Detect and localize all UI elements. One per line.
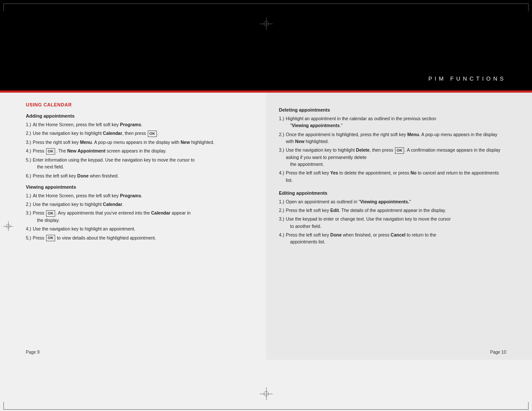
- adding-step-2: 2.) Use the navigation key to highlight …: [26, 130, 253, 137]
- crosshair-top: [260, 17, 273, 30]
- border-top-right: [266, 3, 521, 4]
- corner-tl-mark: [3, 3, 11, 11]
- viewing-heading: Viewing appointments: [26, 184, 253, 190]
- page-num-left: Page 9: [26, 350, 40, 355]
- corner-bl-mark: [3, 402, 11, 410]
- right-column: Deleting appointments 1.) Highlight an a…: [266, 93, 532, 360]
- editing-step-4: 4.) Press the left soft key Done when fi…: [279, 231, 507, 246]
- viewing-step-3: 3.) Press OK. Any appointments that you'…: [26, 209, 253, 224]
- deleting-step-4: 4.) Press the left soft key Yes to delet…: [279, 169, 507, 184]
- deleting-step-2: 2.) Once the appointment is highlighted,…: [279, 131, 507, 145]
- crosshair-top-circle: [264, 21, 269, 26]
- ok-badge-3: OK: [46, 210, 56, 217]
- viewing-step-4: 4.) Use the navigation key to highlight …: [26, 225, 253, 232]
- top-banner: PIM FUNCTIONS: [0, 0, 532, 90]
- pim-title: PIM FUNCTIONS: [428, 75, 506, 82]
- border-top-left: [11, 3, 266, 4]
- border-bottom-right: [266, 409, 521, 410]
- content-area: USING CALENDAR Adding appointments 1.) A…: [0, 93, 532, 360]
- deleting-heading: Deleting appointments: [279, 107, 507, 112]
- section-title: USING CALENDAR: [26, 102, 253, 107]
- ok-badge-5: OK: [395, 147, 404, 154]
- left-column: USING CALENDAR Adding appointments 1.) A…: [0, 93, 266, 360]
- page-num-right: Page 10: [490, 350, 506, 355]
- editing-step-1: 1.) Open an appointment as outlined in "…: [279, 198, 507, 205]
- deleting-steps: 1.) Highlight an appointment in the cale…: [279, 115, 507, 184]
- editing-steps: 1.) Open an appointment as outlined in "…: [279, 198, 507, 246]
- page-outer: PIM FUNCTIONS USING CALENDAR Adding appo…: [0, 0, 532, 411]
- adding-step-1: 1.) At the Home Screen, press the left s…: [26, 121, 253, 128]
- adding-steps: 1.) At the Home Screen, press the left s…: [26, 121, 253, 179]
- deleting-step-1: 1.) Highlight an appointment in the cale…: [279, 115, 507, 129]
- editing-step-3: 3.) Use the keypad to enter or change te…: [279, 215, 507, 230]
- viewing-steps: 1.) At the Home Screen, press the left s…: [26, 192, 253, 242]
- viewing-step-2: 2.) Use the navigation key to highlight …: [26, 201, 253, 208]
- viewing-step-1: 1.) At the Home Screen, press the left s…: [26, 192, 253, 199]
- adding-heading: Adding appointments: [26, 113, 253, 118]
- ok-badge: OK: [148, 131, 157, 137]
- editing-step-2: 2.) Press the left soft key Edit. The de…: [279, 207, 507, 214]
- ok-badge-2: OK: [46, 148, 56, 155]
- corner-br-mark: [521, 402, 529, 410]
- corner-tr-mark: [521, 3, 529, 11]
- adding-step-3: 3.) Press the right soft key Menu. A pop…: [26, 139, 253, 146]
- adding-step-4: 4.) Press OK. The New Appointment screen…: [26, 147, 253, 155]
- crosshair-bottom: [260, 387, 273, 400]
- editing-heading: Editing appointments: [279, 190, 507, 196]
- crosshair-bottom-circle: [264, 391, 269, 396]
- border-bottom-left: [11, 409, 266, 410]
- bottom-area: [0, 360, 532, 411]
- deleting-step-3: 3.) Use the navigation key to highlight …: [279, 146, 507, 168]
- adding-step-5: 5.) Enter information using the keypad. …: [26, 156, 253, 171]
- ok-badge-4: OK: [46, 235, 56, 241]
- viewing-step-5: 5.) Press OK to view details about the h…: [26, 234, 253, 242]
- adding-step-6: 6.) Press the left soft key Done when fi…: [26, 172, 253, 179]
